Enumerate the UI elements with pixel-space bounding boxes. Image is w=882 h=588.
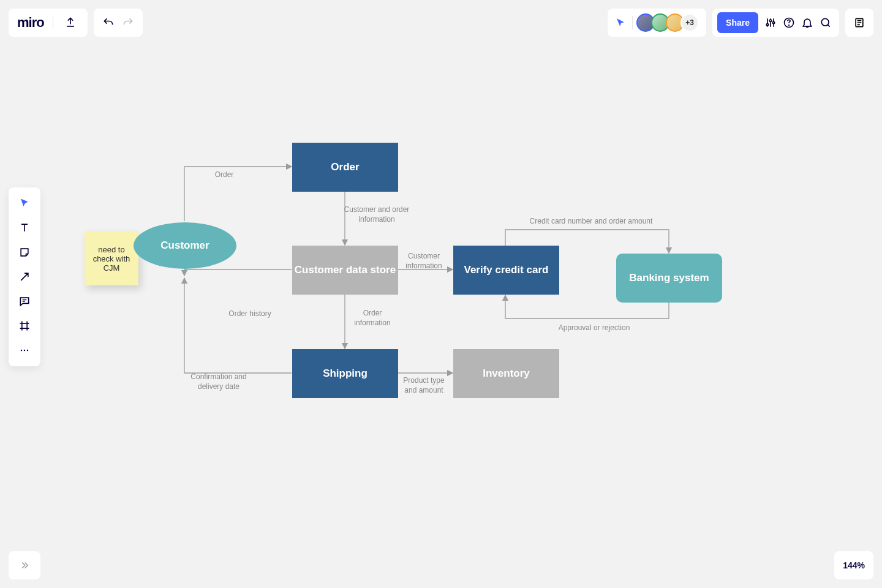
node-inventory[interactable]: Inventory [453, 349, 559, 398]
sticky-note[interactable]: need to check with CJM [85, 232, 138, 285]
node-label: Order [331, 161, 359, 173]
node-customer[interactable]: Customer [134, 222, 236, 269]
edge-label-customer-order-info: Customer and order information [343, 205, 410, 224]
node-label: Verify credit card [464, 264, 549, 276]
node-shipping[interactable]: Shipping [292, 349, 398, 398]
node-label: Shipping [323, 368, 368, 380]
node-label: Banking system [629, 272, 709, 284]
edge-label-product-type-amount: Product type and amount [401, 376, 447, 395]
node-label: Customer [160, 239, 209, 252]
edge-label-order: Order [208, 170, 240, 180]
edge-label-order-history: Order history [212, 309, 288, 319]
node-verify-credit-card[interactable]: Verify credit card [453, 246, 559, 295]
node-banking-system[interactable]: Banking system [616, 254, 722, 303]
node-order[interactable]: Order [292, 143, 398, 192]
node-label: Customer data store [295, 264, 396, 276]
connectors-layer [0, 0, 882, 588]
canvas[interactable]: need to check with CJM Customer Order Cu… [0, 0, 882, 588]
edge-label-customer-info: Customer information [401, 252, 447, 271]
edge-label-confirm-delivery: Confirmation and delivery date [181, 372, 256, 391]
edge-label-cc-number-amount: Credit card number and order amount [514, 217, 668, 227]
node-label: Inventory [483, 368, 530, 380]
sticky-text: need to check with CJM [89, 245, 134, 273]
edge-label-approval-rejection: Approuval or rejection [533, 323, 655, 333]
edge-label-order-info: Order information [350, 309, 394, 328]
node-customer-data-store[interactable]: Customer data store [292, 246, 398, 295]
